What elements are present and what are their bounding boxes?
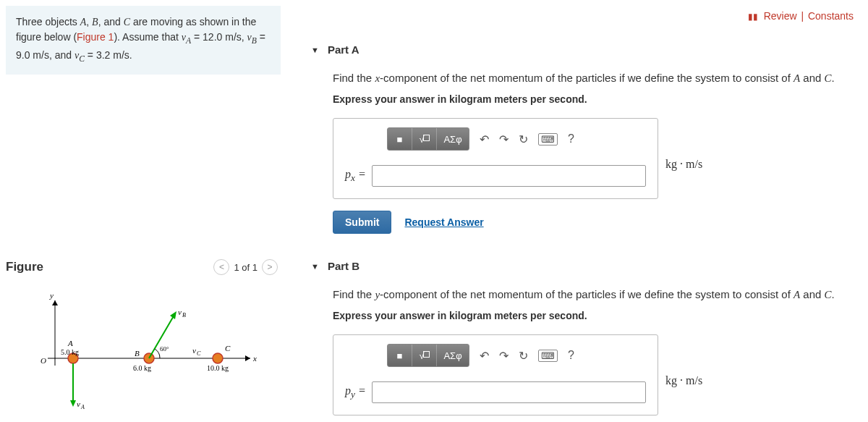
part-A-header[interactable]: ▼ Part A <box>311 43 854 56</box>
svg-text:A: A <box>80 404 85 410</box>
svg-text:v: v <box>192 346 196 355</box>
svg-marker-1 <box>245 355 250 361</box>
text: = 3.2 m/s. <box>85 49 132 61</box>
request-answer-link-A[interactable]: Request Answer <box>404 216 483 228</box>
part-B-prompt: Find the y-component of the net momentum… <box>333 287 854 303</box>
undo-button[interactable]: ↶ <box>480 349 489 363</box>
text: , <box>86 16 92 28</box>
figure-prev-button[interactable]: < <box>213 259 229 275</box>
answer-variable-label: px = <box>345 168 366 184</box>
redo-button[interactable]: ↷ <box>499 349 509 363</box>
svg-text:B: B <box>182 312 186 318</box>
book-icon: ▮▮ <box>748 12 758 22</box>
svg-text:B: B <box>135 349 140 358</box>
format-tool-group: ■ √ ΑΣφ <box>387 344 469 367</box>
svg-marker-3 <box>52 300 58 305</box>
figure-title: Figure <box>6 260 43 274</box>
svg-text:v: v <box>77 400 80 408</box>
review-link[interactable]: Review <box>764 10 797 22</box>
part-A-prompt: Find the x-component of the net momentum… <box>333 70 854 86</box>
radical-button[interactable]: √ <box>412 128 437 150</box>
svg-text:60°: 60° <box>160 345 169 353</box>
redo-button[interactable]: ↷ <box>499 132 509 146</box>
greek-button[interactable]: ΑΣφ <box>437 345 469 366</box>
sub: C <box>79 54 85 64</box>
part-B-header[interactable]: ▼ Part B <box>311 260 854 272</box>
figure-nav: < 1 of 1 > <box>213 259 278 275</box>
answer-toolbar: ■ √ ΑΣφ ↶ ↷ ↻ ⌨ ? <box>387 344 646 367</box>
figure-count: 1 of 1 <box>234 262 258 273</box>
svg-text:C: C <box>225 344 231 353</box>
text: ). Assume that <box>114 31 181 43</box>
figure-header: Figure < 1 of 1 > <box>6 255 281 282</box>
svg-text:x: x <box>252 354 257 363</box>
figure-link[interactable]: Figure 1 <box>77 31 114 43</box>
svg-text:5.0 kg: 5.0 kg <box>61 348 79 356</box>
reset-button[interactable]: ↻ <box>519 349 528 363</box>
part-A-title: Part A <box>328 43 359 56</box>
keyboard-button[interactable]: ⌨ <box>538 350 558 362</box>
keyboard-button[interactable]: ⌨ <box>538 133 558 145</box>
svg-text:y: y <box>49 291 54 300</box>
text: = 12.0 m/s, <box>191 31 247 43</box>
undo-button[interactable]: ↶ <box>480 132 489 146</box>
svg-text:10.0 kg: 10.0 kg <box>207 364 229 372</box>
parts-container: ▼ Part A Find the x-component of the net… <box>311 43 854 422</box>
problem-statement: Three objects A, B, and C are moving as … <box>6 6 281 75</box>
svg-marker-11 <box>70 400 76 407</box>
part-B: ▼ Part B Find the y-component of the net… <box>311 260 854 422</box>
var-A: A <box>80 17 87 28</box>
part-B-instruction: Express your answer in kilogram meters p… <box>333 310 854 321</box>
figure-next-button[interactable]: > <box>262 259 278 275</box>
templates-button[interactable]: ■ <box>388 345 412 366</box>
help-button[interactable]: ? <box>568 349 574 362</box>
text: Three objects <box>16 16 80 28</box>
svg-text:A: A <box>67 339 73 347</box>
text: , and <box>98 16 124 28</box>
collapse-icon: ▼ <box>311 46 319 54</box>
radical-button[interactable]: √ <box>412 345 437 366</box>
svg-point-22 <box>213 353 223 363</box>
part-A-instruction: Express your answer in kilogram meters p… <box>333 93 854 105</box>
svg-text:O: O <box>41 356 46 365</box>
reset-button[interactable]: ↻ <box>519 132 528 146</box>
answer-toolbar: ■ √ ΑΣφ ↶ ↷ ↻ ⌨ ? <box>387 127 646 151</box>
greek-button[interactable]: ΑΣφ <box>437 128 469 150</box>
submit-button-A[interactable]: Submit <box>333 211 391 234</box>
answer-input-A[interactable] <box>372 165 646 187</box>
answer-input-B[interactable] <box>372 381 646 403</box>
header-links: ▮▮ Review | Constants <box>748 10 854 22</box>
format-tool-group: ■ √ ΑΣφ <box>387 127 469 151</box>
unit-label-A: kg · m/s <box>665 158 702 171</box>
templates-button[interactable]: ■ <box>388 128 412 150</box>
svg-text:6.0 kg: 6.0 kg <box>133 364 151 372</box>
svg-text:C: C <box>197 350 201 357</box>
part-B-title: Part B <box>328 260 359 272</box>
answer-box-B: ■ √ ΑΣφ ↶ ↷ ↻ ⌨ ? py = <box>333 334 658 415</box>
var-B: B <box>92 17 98 28</box>
part-A: ▼ Part A Find the x-component of the net… <box>311 43 854 234</box>
answer-box-A: ■ √ ΑΣφ ↶ ↷ ↻ ⌨ ? px = <box>333 118 658 199</box>
sub: B <box>252 36 257 46</box>
unit-label-B: kg · m/s <box>665 374 702 387</box>
separator: | <box>801 10 804 22</box>
var-C: C <box>124 17 130 28</box>
svg-text:v: v <box>178 308 182 316</box>
figure-panel: Figure < 1 of 1 > y x O A 5.0 kg v A <box>6 255 281 413</box>
answer-variable-label: py = <box>345 384 366 400</box>
collapse-icon: ▼ <box>311 262 319 271</box>
figure-image: y x O A 5.0 kg v A B 6.0 kg v B 60° C <box>6 282 266 413</box>
help-button[interactable]: ? <box>568 132 574 145</box>
constants-link[interactable]: Constants <box>808 10 854 22</box>
